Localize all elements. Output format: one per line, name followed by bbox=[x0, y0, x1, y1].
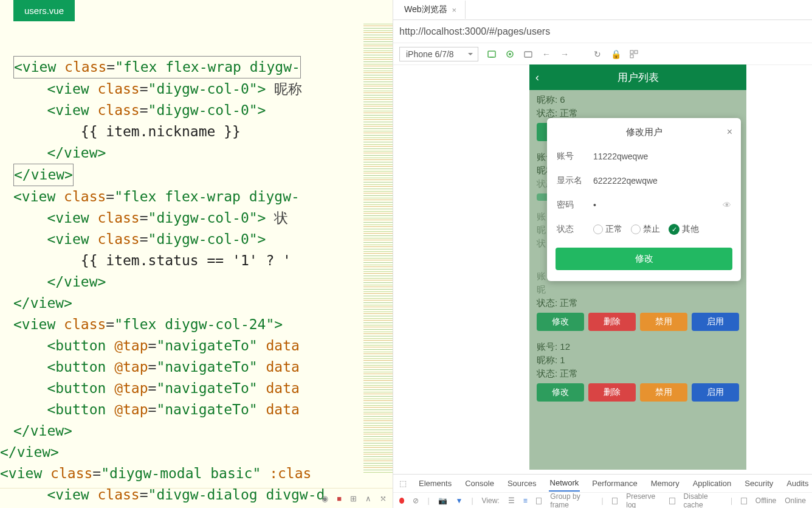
svg-rect-6 bbox=[630, 55, 633, 58]
modal-submit-button[interactable]: 修改 bbox=[556, 248, 732, 270]
display-field: 显示名 6222222qewqwe bbox=[547, 169, 741, 193]
close-icon[interactable]: × bbox=[452, 5, 457, 15]
password-field: 密码 • 👁 bbox=[547, 193, 741, 217]
phone-back-icon[interactable]: ‹ bbox=[535, 71, 539, 84]
inspect-icon[interactable]: ⬚ bbox=[399, 479, 407, 488]
browser-tab[interactable]: Web浏览器 × bbox=[398, 1, 466, 19]
radio-forbid[interactable]: 禁止 bbox=[631, 224, 660, 235]
browser-panel: Web浏览器 × http://localhost:3000/#/pages/u… bbox=[393, 0, 812, 508]
device-select[interactable]: iPhone 6/7/8 bbox=[399, 47, 478, 61]
status-field: 状态 正常 禁止 ✓其他 bbox=[547, 217, 741, 242]
radio-icon bbox=[593, 224, 603, 234]
disable-cache-checkbox[interactable] bbox=[669, 498, 675, 504]
password-label: 密码 bbox=[557, 200, 593, 211]
preserve-checkbox[interactable] bbox=[612, 498, 618, 504]
password-input[interactable]: • bbox=[593, 200, 723, 210]
disable-button[interactable]: 禁用 bbox=[640, 383, 687, 402]
edit-user-modal: 修改用户 × 账号 11222qweqwe 显示名 6222222qewqwe … bbox=[547, 118, 741, 281]
url-bar[interactable]: http://localhost:3000/#/pages/users bbox=[393, 20, 812, 43]
modal-title: 修改用户 bbox=[626, 127, 662, 137]
status-value: 正常 bbox=[560, 108, 578, 118]
check-icon: ✓ bbox=[669, 224, 680, 235]
status-label: 状态: bbox=[537, 108, 557, 118]
qrcode-icon[interactable] bbox=[629, 49, 639, 59]
devtools-tab-memory[interactable]: Memory bbox=[650, 476, 681, 491]
code-editor[interactable]: <view class="flex flex-wrap diygw- <view… bbox=[0, 24, 393, 508]
sync-icon[interactable] bbox=[487, 49, 497, 59]
filter-icon[interactable]: ▼ bbox=[456, 496, 463, 505]
offline-checkbox[interactable] bbox=[741, 498, 747, 504]
browser-tab-title: Web浏览器 bbox=[404, 4, 447, 15]
devtools-tab-performance[interactable]: Performance bbox=[591, 476, 638, 491]
devtools: ⬚ Elements Console Sources Network Perfo… bbox=[393, 474, 812, 508]
svg-rect-3 bbox=[525, 52, 532, 57]
close-icon[interactable]: × bbox=[727, 127, 732, 137]
user-card: 账号: 12 昵称: 1 状态: 正常 修改 删除 禁用 启用 bbox=[529, 337, 746, 408]
devtools-tab-console[interactable]: Console bbox=[464, 476, 495, 491]
radio-other[interactable]: ✓其他 bbox=[669, 224, 699, 235]
view-list-icon[interactable]: ☰ bbox=[508, 496, 515, 505]
caret-icon[interactable]: ∧ bbox=[365, 494, 371, 503]
stop-icon[interactable]: ■ bbox=[337, 494, 342, 503]
delete-button[interactable]: 删除 bbox=[588, 383, 636, 402]
modify-button[interactable]: 修改 bbox=[537, 313, 584, 331]
nickname-label: 昵称: bbox=[537, 94, 557, 105]
file-tab[interactable]: users.vue bbox=[13, 0, 75, 21]
display-input[interactable]: 6222222qewqwe bbox=[593, 176, 731, 186]
phone-header: ‹ 用户列表 bbox=[529, 64, 746, 90]
account-field: 账号 11222qweqwe bbox=[547, 144, 741, 169]
back-icon[interactable]: ← bbox=[542, 49, 551, 59]
reload-icon[interactable]: ↻ bbox=[593, 49, 602, 59]
group-checkbox[interactable] bbox=[536, 498, 542, 504]
nickname-value: 6 bbox=[560, 94, 565, 105]
svg-rect-0 bbox=[488, 51, 495, 57]
status-radio-group: 正常 禁止 ✓其他 bbox=[593, 224, 699, 235]
delete-button[interactable]: 删除 bbox=[588, 313, 636, 331]
radio-icon bbox=[631, 224, 641, 234]
svg-rect-4 bbox=[630, 50, 633, 54]
view-waterfall-icon[interactable]: ≡ bbox=[523, 496, 528, 505]
phone-title: 用户列表 bbox=[618, 71, 659, 85]
browser-tab-row: Web浏览器 × bbox=[393, 0, 812, 20]
devtools-tabs: ⬚ Elements Console Sources Network Perfo… bbox=[393, 475, 812, 493]
account-input[interactable]: 11222qweqwe bbox=[593, 151, 731, 161]
status-label: 状态 bbox=[557, 224, 593, 235]
enable-button[interactable]: 启用 bbox=[692, 383, 739, 402]
devtools-tab-security[interactable]: Security bbox=[743, 476, 774, 491]
minimap[interactable] bbox=[363, 24, 393, 473]
shuffle-icon[interactable]: ⤲ bbox=[380, 494, 387, 503]
radio-normal[interactable]: 正常 bbox=[593, 224, 622, 235]
editor-tab-bar: users.vue bbox=[0, 0, 393, 24]
devtools-tab-network[interactable]: Network bbox=[549, 475, 580, 492]
forward-icon[interactable]: → bbox=[560, 49, 569, 59]
modify-button[interactable]: 修改 bbox=[537, 383, 584, 402]
screenshot-icon[interactable] bbox=[523, 49, 533, 59]
box-icon[interactable]: ⊞ bbox=[350, 494, 357, 503]
devtools-subbar: ⊘ | 📷 ▼ | View: ☰ ≡ Group by frame | Pre… bbox=[393, 493, 812, 508]
editor-bottom-toolbar: ◉ ■ ⊞ ∧ ⤲ bbox=[0, 488, 393, 508]
devtools-tab-application[interactable]: Application bbox=[692, 476, 733, 491]
camera-icon[interactable]: 📷 bbox=[438, 496, 447, 505]
record-icon[interactable] bbox=[399, 498, 404, 504]
disable-button[interactable]: 禁用 bbox=[640, 313, 687, 331]
eye-icon[interactable]: 👁 bbox=[723, 200, 731, 210]
account-label: 账号 bbox=[557, 151, 593, 162]
svg-point-2 bbox=[509, 53, 511, 55]
lock-icon[interactable]: 🔒 bbox=[611, 49, 621, 59]
url-text: http://localhost:3000/#/pages/users bbox=[399, 26, 550, 37]
view-label: View: bbox=[482, 496, 500, 505]
online-select[interactable]: Online bbox=[785, 496, 806, 505]
gear-icon[interactable] bbox=[505, 49, 515, 59]
clear-icon[interactable]: ⊘ bbox=[413, 496, 419, 505]
svg-rect-5 bbox=[635, 50, 638, 54]
editor-panel: users.vue <view class="flex flex-wrap di… bbox=[0, 0, 393, 508]
devtools-tab-audits[interactable]: Audits bbox=[785, 476, 810, 491]
run-icon[interactable]: ◉ bbox=[322, 494, 328, 503]
browser-toolbar: iPhone 6/7/8 ← → ↻ 🔒 bbox=[393, 43, 812, 65]
devtools-tab-elements[interactable]: Elements bbox=[418, 476, 453, 491]
modal-title-bar: 修改用户 × bbox=[547, 118, 741, 144]
devtools-tab-sources[interactable]: Sources bbox=[506, 476, 538, 491]
enable-button[interactable]: 启用 bbox=[692, 313, 739, 331]
display-label: 显示名 bbox=[557, 175, 593, 186]
